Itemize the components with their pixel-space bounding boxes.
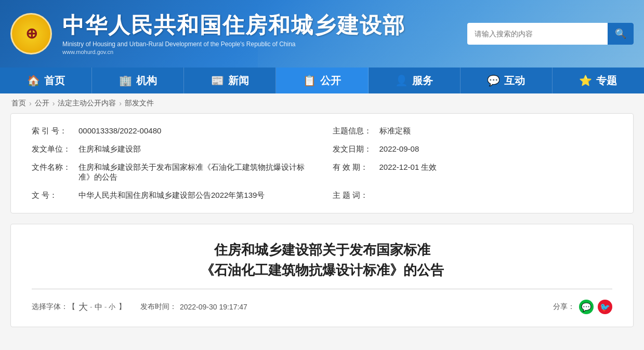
document-content-card: 住房和城乡建设部关于发布国家标准 《石油化工建筑物抗爆设计标准》的公告 选择字体… [10, 224, 634, 327]
doc-title-line1: 住房和城乡建设部关于发布国家标准 [32, 240, 612, 260]
ref-no-row: 索 引 号： 000013338/2022-00480 [32, 126, 312, 136]
document-info-card: 索 引 号： 000013338/2022-00480 主题信息： 标准定额 发… [10, 113, 634, 213]
font-tools-bar: 选择字体：【 大 - 中 - 小 】 发布时间： 2022-09-30 19:1… [32, 298, 612, 316]
info-grid: 索 引 号： 000013338/2022-00480 主题信息： 标准定额 发… [32, 126, 612, 200]
wechat-icon: 💬 [581, 302, 592, 312]
date-label: 发文日期： [333, 144, 379, 154]
nav-special-label: 专题 [596, 74, 617, 88]
filename-value: 住房和城乡建设部关于发布国家标准《石油化工建筑物抗爆设计标准》的公告 [78, 163, 312, 182]
ref-no-value: 000013338/2022-00480 [78, 126, 161, 135]
nav-news[interactable]: 📰 新闻 [184, 68, 276, 93]
nav-interact-label: 互动 [504, 74, 525, 88]
publish-time-value: 2022-09-30 19:17:47 [180, 303, 247, 311]
keyword-label: 主 题 词： [333, 191, 379, 200]
breadcrumb-sep-1: › [29, 99, 32, 107]
publish-time-label: 发布时间： [140, 302, 177, 312]
share-section: 分享： 💬 🐦 [553, 300, 612, 314]
nav-org[interactable]: 🏢 机构 [92, 68, 184, 93]
font-sep-1: - [90, 303, 93, 311]
font-label: 选择字体：【 [32, 302, 75, 312]
search-button[interactable]: 🔍 [608, 23, 634, 45]
logo-emblem: ⊕ [25, 25, 37, 42]
font-large-button[interactable]: 大 [78, 301, 88, 313]
effective-value: 2022-12-01 生效 [379, 163, 437, 172]
breadcrumb-open[interactable]: 公开 [35, 99, 49, 108]
site-title-en: Ministry of Housing and Urban-Rural Deve… [62, 41, 405, 48]
effective-row: 有 效 期： 2022-12-01 生效 [333, 163, 613, 182]
news-icon: 📰 [211, 74, 224, 87]
nav-open[interactable]: 📋 公开 [276, 68, 368, 93]
theme-row: 主题信息： 标准定额 [333, 126, 613, 136]
breadcrumb-sep-2: › [52, 99, 55, 107]
org-icon: 🏢 [119, 74, 132, 87]
doc-title-line2: 《石油化工建筑物抗爆设计标准》的公告 [32, 260, 612, 280]
breadcrumb-sep-3: › [119, 99, 122, 107]
theme-label: 主题信息： [333, 126, 379, 136]
breadcrumb-current: 部发文件 [125, 99, 154, 108]
keyword-row: 主 题 词： [333, 191, 613, 200]
nav-org-label: 机构 [136, 74, 157, 88]
share-weibo-button[interactable]: 🐦 [598, 300, 612, 314]
nav-news-label: 新闻 [228, 74, 249, 88]
nav-service[interactable]: 👤 服务 [369, 68, 461, 93]
font-medium-button[interactable]: 中 [95, 302, 102, 312]
interact-icon: 💬 [487, 74, 500, 87]
open-icon: 📋 [303, 74, 316, 87]
header-brand: ⊕ 中华人民共和国住房和城乡建设部 Ministry of Housing an… [10, 12, 405, 55]
weibo-icon: 🐦 [600, 302, 610, 312]
breadcrumb: 首页 › 公开 › 法定主动公开内容 › 部发文件 [0, 93, 644, 113]
ref-no-label: 索 引 号： [32, 126, 78, 136]
site-url: www.mohurd.gov.cn [62, 49, 405, 55]
logo: ⊕ [10, 13, 52, 55]
filename-row: 文件名称： 住房和城乡建设部关于发布国家标准《石油化工建筑物抗爆设计标准》的公告 [32, 163, 312, 182]
document-title: 住房和城乡建设部关于发布国家标准 《石油化工建筑物抗爆设计标准》的公告 [32, 240, 612, 280]
date-value: 2022-09-08 [379, 144, 419, 153]
main-nav: 🏠 首页 🏢 机构 📰 新闻 📋 公开 👤 服务 💬 互动 ⭐ 专题 [0, 68, 644, 93]
issuer-value: 住房和城乡建设部 [78, 144, 141, 154]
issuer-row: 发文单位： 住房和城乡建设部 [32, 144, 312, 154]
font-sep-2: - [104, 303, 107, 311]
nav-special[interactable]: ⭐ 专题 [553, 68, 644, 93]
search-icon: 🔍 [615, 28, 626, 39]
docno-value: 中华人民共和国住房和城乡建设部公告2022年第139号 [78, 191, 265, 200]
font-small-button[interactable]: 小 [109, 302, 115, 312]
docno-row: 文 号： 中华人民共和国住房和城乡建设部公告2022年第139号 [32, 191, 312, 200]
special-icon: ⭐ [579, 74, 592, 87]
font-bracket: 】 [119, 302, 126, 312]
share-label: 分享： [553, 302, 575, 312]
font-size-selector: 选择字体：【 大 - 中 - 小 】 发布时间： 2022-09-30 19:1… [32, 301, 247, 313]
font-options: 大 - 中 - 小 [78, 301, 115, 313]
date-row: 发文日期： 2022-09-08 [333, 144, 613, 154]
effective-label: 有 效 期： [333, 163, 379, 172]
issuer-label: 发文单位： [32, 144, 78, 154]
page-header: ⊕ 中华人民共和国住房和城乡建设部 Ministry of Housing an… [0, 0, 644, 68]
search-box: 🔍 [467, 23, 634, 45]
nav-interact[interactable]: 💬 互动 [461, 68, 553, 93]
search-section: 🔍 [467, 23, 634, 45]
home-icon: 🏠 [27, 74, 40, 87]
header-title-block: 中华人民共和国住房和城乡建设部 Ministry of Housing and … [62, 12, 405, 55]
service-icon: 👤 [395, 74, 408, 87]
filename-label: 文件名称： [32, 163, 78, 172]
nav-service-label: 服务 [412, 74, 433, 88]
content-divider [32, 289, 612, 289]
theme-value: 标准定额 [379, 126, 411, 136]
docno-label: 文 号： [32, 191, 78, 200]
share-wechat-button[interactable]: 💬 [579, 300, 594, 314]
site-title-cn: 中华人民共和国住房和城乡建设部 [62, 12, 405, 38]
breadcrumb-home[interactable]: 首页 [11, 99, 26, 108]
search-input[interactable] [467, 24, 608, 43]
nav-home-label: 首页 [44, 74, 65, 88]
nav-open-label: 公开 [320, 74, 341, 88]
breadcrumb-category[interactable]: 法定主动公开内容 [58, 99, 116, 108]
nav-home[interactable]: 🏠 首页 [0, 68, 92, 93]
